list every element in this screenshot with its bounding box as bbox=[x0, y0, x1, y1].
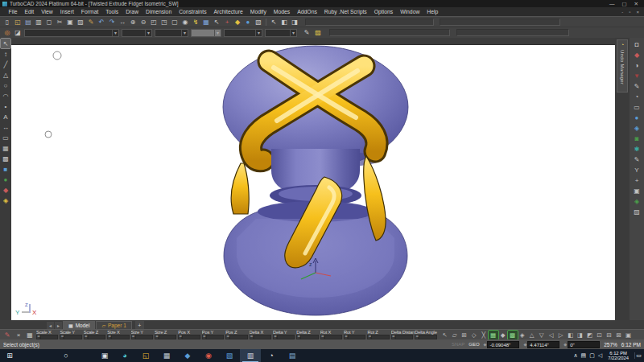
tool-circle-tool[interactable]: ○ bbox=[1, 80, 10, 90]
tab-nav-prev[interactable]: ◂ bbox=[47, 322, 54, 329]
menu-item[interactable]: File bbox=[5, 7, 21, 16]
snap-toggle-snap-quadrant[interactable]: ▩ bbox=[508, 331, 518, 339]
menu-item[interactable]: Dimension bbox=[142, 7, 175, 16]
start-button[interactable]: ⊞ bbox=[0, 349, 19, 362]
tool-3d-sweep[interactable]: ◑ bbox=[632, 60, 642, 70]
taskbar-app-app-gray[interactable]: ▦ bbox=[156, 349, 177, 362]
inspector-action-edit-coords[interactable]: ✎ bbox=[2, 331, 12, 339]
sheet-tab-model[interactable]: ▦ Model bbox=[63, 321, 95, 329]
tool-3d-revolve[interactable]: ▼ bbox=[632, 71, 642, 80]
tool-3d-facet-edit[interactable]: ▭ bbox=[632, 102, 642, 112]
tool-3d-shell[interactable]: ◔ bbox=[632, 92, 642, 101]
tool-line-tool[interactable]: ╱ bbox=[1, 60, 10, 69]
snap-status-label[interactable]: SNAP bbox=[452, 342, 464, 347]
snap-toggle-ortho-up[interactable]: △ bbox=[527, 331, 537, 339]
menu-item[interactable]: Insert bbox=[56, 7, 77, 16]
snap-toggle-ortho-down[interactable]: ▽ bbox=[537, 331, 547, 339]
property-combo-line-style[interactable]: ▾ bbox=[155, 29, 188, 37]
tool-3d-smooth[interactable]: ◈ bbox=[632, 196, 642, 206]
toolbar-icon-print[interactable]: ▥ bbox=[34, 18, 43, 27]
menu-item[interactable]: Tools bbox=[102, 7, 122, 16]
taskbar-app-turbocad[interactable]: ▥ bbox=[240, 349, 261, 362]
toolbar-icon-help-pointer[interactable]: ↖ bbox=[269, 18, 279, 27]
menu-item[interactable]: Format bbox=[77, 7, 102, 16]
tray-icon-tray-expand[interactable]: ∧ bbox=[573, 352, 577, 359]
construction-circle[interactable] bbox=[53, 51, 61, 60]
close-button[interactable]: ✕ bbox=[634, 1, 638, 7]
coord-z-field[interactable]: 0" bbox=[568, 341, 600, 348]
menu-item[interactable]: AddOns bbox=[294, 7, 321, 16]
tool-3d-twist[interactable]: ◙ bbox=[632, 134, 642, 143]
toolbar-icon-select-mode[interactable]: ↖ bbox=[212, 18, 221, 27]
construction-circle[interactable] bbox=[45, 131, 52, 138]
snap-toggle-sel-3d[interactable]: ▣ bbox=[624, 331, 634, 339]
undo-manager-tab[interactable]: ◔ Undo Manager bbox=[617, 39, 628, 93]
toolbar-icon-cut[interactable]: ✂ bbox=[55, 18, 64, 27]
tool-text-tool[interactable]: A bbox=[1, 112, 10, 121]
toolbar-icon-save[interactable]: ▤ bbox=[23, 18, 33, 27]
tool-3d-3d-boolean[interactable]: ◆ bbox=[632, 50, 642, 60]
tool-3d-sphere-3d[interactable]: ● bbox=[632, 113, 642, 122]
taskbar-app-chrome[interactable]: ◉ bbox=[198, 349, 219, 362]
zoom-percent[interactable]: 257% bbox=[604, 342, 617, 348]
snap-toggle-snap-vertex[interactable]: ▱ bbox=[450, 331, 460, 339]
tool-dimension-tool[interactable]: ↔ bbox=[1, 122, 10, 132]
toolbar-icon-zoom-extents[interactable]: ◳ bbox=[159, 18, 169, 27]
menu-item[interactable]: Architecture bbox=[210, 7, 246, 16]
mdi-minimize-button[interactable]: - bbox=[621, 10, 623, 14]
mdi-restore-button[interactable]: ▫ bbox=[629, 10, 630, 14]
toolbar-icon-add-entity[interactable]: + bbox=[222, 18, 232, 27]
tool-3d-pattern-3d[interactable]: ✱ bbox=[632, 144, 642, 154]
maximize-button[interactable]: ▢ bbox=[621, 1, 626, 7]
toolbar-icon-grid-toggle[interactable]: ▦ bbox=[201, 18, 211, 27]
menu-item[interactable]: Help bbox=[423, 7, 442, 16]
inspector-action-grid-settings[interactable]: ▦ bbox=[25, 331, 35, 339]
snap-toggle-snap-center[interactable]: ◆ bbox=[498, 331, 508, 339]
tool-material-tool[interactable]: ◆ bbox=[1, 185, 10, 195]
snap-toggle-snap-grid[interactable]: ⊞ bbox=[460, 331, 469, 339]
menu-item[interactable]: Options bbox=[370, 7, 396, 16]
toolbar-icon-redo[interactable]: ↷ bbox=[107, 18, 117, 27]
tool-arc-tool[interactable]: ◠ bbox=[1, 91, 10, 101]
snap-toggle-snap-intersection[interactable]: ╳ bbox=[479, 331, 489, 339]
toolbar-icon-panel-right[interactable]: ◨ bbox=[290, 18, 299, 27]
property-icon-snap-indicator[interactable]: ◎ bbox=[2, 28, 12, 37]
snap-toggle-workplane-2[interactable]: ◨ bbox=[576, 331, 585, 339]
toolbar-icon-clipboard-tools[interactable]: ▧ bbox=[254, 18, 263, 27]
drawing-canvas[interactable]: z Y Z X bbox=[11, 45, 615, 320]
tool-hatch-tool[interactable]: ▦ bbox=[1, 143, 10, 153]
menu-item[interactable]: Edit bbox=[21, 7, 38, 16]
tool-3d-add-3d[interactable]: + bbox=[632, 175, 642, 185]
tool-3d-draft[interactable]: ✎ bbox=[632, 154, 642, 164]
inspector-action-cancel-edit[interactable]: × bbox=[14, 331, 23, 339]
snap-toggle-coord-polar[interactable]: ⊠ bbox=[614, 331, 624, 339]
tool-3d-blend[interactable]: ◈ bbox=[632, 123, 642, 133]
toolbar-icon-pan[interactable]: ↔ bbox=[118, 18, 127, 27]
mdi-close-button[interactable]: × bbox=[636, 10, 639, 14]
taskbar-clock[interactable]: 6:12 PM 7/22/2024 bbox=[605, 351, 631, 361]
snap-toggle-ortho-left[interactable]: ◁ bbox=[547, 331, 556, 339]
toolbar-icon-lookup[interactable]: ◉ bbox=[180, 18, 190, 27]
toolbar-icon-print-preview[interactable]: ◻ bbox=[44, 18, 54, 27]
tool-3d-extrude[interactable]: ✎ bbox=[632, 81, 642, 91]
sheet-tab-paper-1[interactable]: ▱ Paper 1 bbox=[96, 321, 131, 329]
toolbar-icon-lightning-render[interactable]: ↯ bbox=[191, 18, 200, 27]
tray-icon-tray-folder[interactable]: ▤ bbox=[581, 352, 587, 359]
taskbar-app-photos[interactable]: ▤ bbox=[282, 349, 303, 362]
menu-item[interactable]: Modify bbox=[246, 7, 270, 16]
tool-3d-branch[interactable]: Y bbox=[632, 165, 642, 175]
taskbar-app-clock-app[interactable]: ◔ bbox=[261, 349, 282, 362]
snap-toggle-snap-midpoint[interactable]: ◇ bbox=[469, 331, 479, 339]
toolbar-icon-new[interactable]: ▯ bbox=[2, 18, 12, 27]
tool-3d-deform[interactable]: ▨ bbox=[632, 207, 642, 216]
property-icon-render-settings[interactable]: ◪ bbox=[13, 28, 23, 37]
notification-center-icon[interactable]: ▭ bbox=[634, 352, 642, 359]
property-icon-pen-style[interactable]: ✎ bbox=[302, 28, 312, 37]
search-icon[interactable]: ○ bbox=[56, 349, 76, 362]
snap-toggle-workplane-1[interactable]: ◧ bbox=[566, 331, 576, 339]
menu-item[interactable]: Ruby .Net Scripts bbox=[320, 7, 370, 16]
task-view-icon[interactable]: ▣ bbox=[95, 349, 114, 362]
property-combo-line-color[interactable]: ▾ bbox=[224, 29, 262, 37]
property-combo-pen-pattern[interactable]: ▾ bbox=[265, 29, 297, 37]
snap-toggle-ortho-right[interactable]: ▷ bbox=[556, 331, 566, 339]
